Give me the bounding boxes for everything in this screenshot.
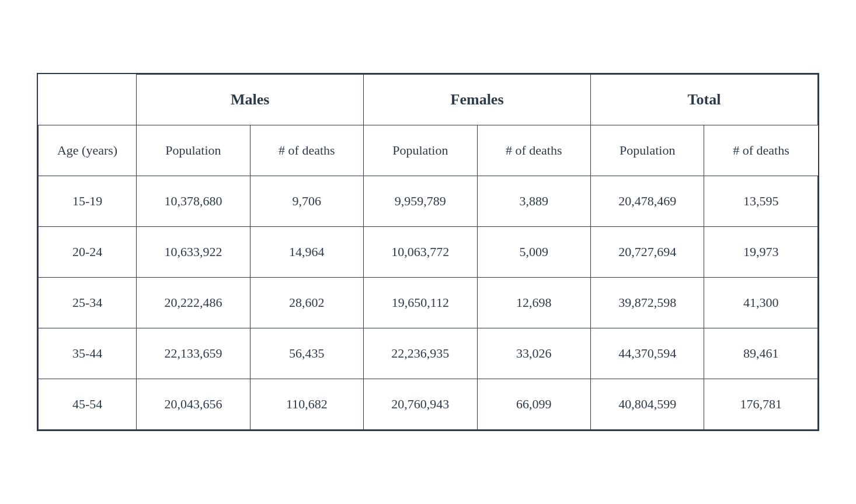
cell-female-deaths-3: 33,026 bbox=[477, 328, 590, 379]
cell-female-pop-2: 19,650,112 bbox=[364, 278, 477, 328]
cell-total-pop-0: 20,478,469 bbox=[591, 176, 704, 227]
cell-age-2: 25-34 bbox=[39, 278, 137, 328]
mortality-table: Males Females Total Age (years) Populati… bbox=[38, 74, 818, 430]
subheader-row: Age (years) Population # of deaths Popul… bbox=[39, 125, 818, 176]
subheader-female-population: Population bbox=[364, 125, 477, 176]
cell-male-deaths-3: 56,435 bbox=[250, 328, 363, 379]
main-table-container: Males Females Total Age (years) Populati… bbox=[37, 73, 819, 431]
cell-female-deaths-0: 3,889 bbox=[477, 176, 590, 227]
cell-total-deaths-1: 19,973 bbox=[704, 227, 818, 278]
cell-female-pop-4: 20,760,943 bbox=[364, 379, 477, 430]
cell-male-pop-4: 20,043,656 bbox=[137, 379, 250, 430]
cell-total-deaths-3: 89,461 bbox=[704, 328, 818, 379]
cell-age-4: 45-54 bbox=[39, 379, 137, 430]
table-row: 15-19 10,378,680 9,706 9,959,789 3,889 2… bbox=[39, 176, 818, 227]
table-row: 35-44 22,133,659 56,435 22,236,935 33,02… bbox=[39, 328, 818, 379]
header-females: Females bbox=[364, 75, 591, 125]
table-row: 45-54 20,043,656 110,682 20,760,943 66,0… bbox=[39, 379, 818, 430]
cell-total-pop-3: 44,370,594 bbox=[591, 328, 704, 379]
subheader-male-population: Population bbox=[137, 125, 250, 176]
cell-male-deaths-0: 9,706 bbox=[250, 176, 363, 227]
cell-male-pop-0: 10,378,680 bbox=[137, 176, 250, 227]
cell-male-deaths-1: 14,964 bbox=[250, 227, 363, 278]
cell-female-pop-0: 9,959,789 bbox=[364, 176, 477, 227]
header-empty bbox=[39, 75, 137, 125]
cell-female-pop-3: 22,236,935 bbox=[364, 328, 477, 379]
cell-age-3: 35-44 bbox=[39, 328, 137, 379]
cell-total-pop-2: 39,872,598 bbox=[591, 278, 704, 328]
subheader-total-deaths: # of deaths bbox=[704, 125, 818, 176]
cell-male-deaths-2: 28,602 bbox=[250, 278, 363, 328]
header-total: Total bbox=[591, 75, 818, 125]
cell-male-deaths-4: 110,682 bbox=[250, 379, 363, 430]
cell-female-deaths-4: 66,099 bbox=[477, 379, 590, 430]
cell-total-deaths-2: 41,300 bbox=[704, 278, 818, 328]
cell-female-pop-1: 10,063,772 bbox=[364, 227, 477, 278]
subheader-age: Age (years) bbox=[39, 125, 137, 176]
cell-male-pop-3: 22,133,659 bbox=[137, 328, 250, 379]
cell-total-deaths-4: 176,781 bbox=[704, 379, 818, 430]
cell-total-pop-1: 20,727,694 bbox=[591, 227, 704, 278]
header-males: Males bbox=[137, 75, 364, 125]
table-row: 20-24 10,633,922 14,964 10,063,772 5,009… bbox=[39, 227, 818, 278]
cell-total-deaths-0: 13,595 bbox=[704, 176, 818, 227]
subheader-male-deaths: # of deaths bbox=[250, 125, 363, 176]
cell-age-0: 15-19 bbox=[39, 176, 137, 227]
subheader-female-deaths: # of deaths bbox=[477, 125, 590, 176]
cell-female-deaths-1: 5,009 bbox=[477, 227, 590, 278]
table-row: 25-34 20,222,486 28,602 19,650,112 12,69… bbox=[39, 278, 818, 328]
cell-age-1: 20-24 bbox=[39, 227, 137, 278]
cell-male-pop-2: 20,222,486 bbox=[137, 278, 250, 328]
cell-female-deaths-2: 12,698 bbox=[477, 278, 590, 328]
cell-male-pop-1: 10,633,922 bbox=[137, 227, 250, 278]
cell-total-pop-4: 40,804,599 bbox=[591, 379, 704, 430]
subheader-total-population: Population bbox=[591, 125, 704, 176]
group-header-row: Males Females Total bbox=[39, 75, 818, 125]
